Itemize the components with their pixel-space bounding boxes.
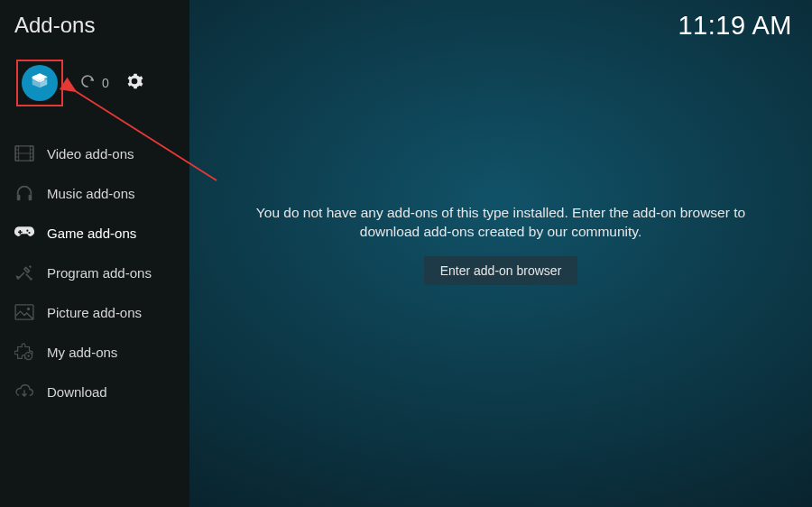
svg-rect-10 <box>17 195 21 200</box>
sidebar-item-picture-addons[interactable]: Picture add-ons <box>0 292 189 332</box>
sidebar-item-download[interactable]: Download <box>0 372 189 411</box>
sidebar-item-label: Picture add-ons <box>47 305 142 320</box>
sidebar-top-icons: 0 <box>0 38 189 128</box>
sidebar-item-music-addons[interactable]: Music add-ons <box>0 173 189 213</box>
gamepad-icon <box>14 223 34 243</box>
svg-point-20 <box>27 355 29 356</box>
sidebar-item-label: Download <box>47 384 107 400</box>
clock: 11:19 AM <box>678 11 792 41</box>
main-panel: 11:19 AM You do not have any add-ons of … <box>189 0 812 507</box>
sidebar-item-label: Music add-ons <box>47 186 135 201</box>
sidebar-nav: Video add-ons Music add-ons Game add-ons… <box>0 134 189 411</box>
svg-point-14 <box>26 230 28 232</box>
sidebar-item-label: Game add-ons <box>47 226 136 241</box>
picture-icon <box>14 302 34 322</box>
refresh-count: 0 <box>102 76 109 90</box>
sidebar: Add-ons <box>0 0 189 507</box>
empty-state-message: You do not have any add-ons of this type… <box>230 204 771 242</box>
refresh-button[interactable]: 0 <box>79 73 109 93</box>
sidebar-item-label: Video add-ons <box>47 146 134 161</box>
settings-button[interactable] <box>125 72 143 94</box>
sidebar-item-label: Program add-ons <box>47 265 152 281</box>
refresh-icon <box>79 73 96 93</box>
sidebar-item-label: My add-ons <box>47 345 117 360</box>
sidebar-item-program-addons[interactable]: Program add-ons <box>0 253 189 292</box>
sidebar-item-game-addons[interactable]: Game add-ons <box>0 213 189 253</box>
gear-icon <box>125 78 143 93</box>
page-title: Add-ons <box>0 0 189 38</box>
sidebar-item-my-addons[interactable]: My add-ons <box>0 332 189 372</box>
puzzle-gear-icon <box>14 342 34 362</box>
svg-rect-13 <box>18 232 23 234</box>
enter-addon-browser-button[interactable]: Enter add-on browser <box>424 256 578 285</box>
svg-point-18 <box>27 308 30 310</box>
cloud-download-icon <box>14 382 34 401</box>
sidebar-item-video-addons[interactable]: Video add-ons <box>0 134 189 173</box>
addon-browser-button[interactable] <box>22 65 58 101</box>
headphones-icon <box>14 183 34 203</box>
film-icon <box>14 143 34 163</box>
svg-rect-11 <box>29 195 32 200</box>
addon-browser-button-highlight <box>16 60 63 106</box>
svg-point-16 <box>30 278 32 281</box>
open-box-icon <box>30 71 50 95</box>
tools-icon <box>14 263 34 282</box>
svg-point-15 <box>28 232 30 234</box>
